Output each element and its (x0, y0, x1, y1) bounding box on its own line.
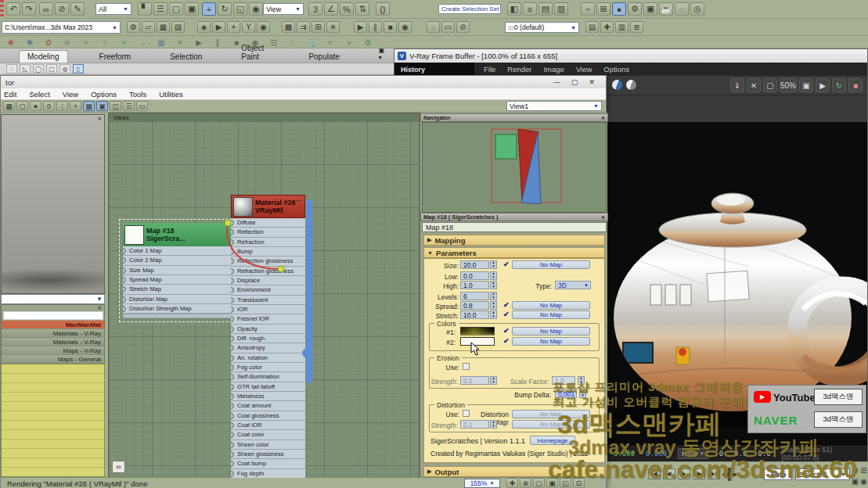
ribbon-object-icon[interactable]: ▯ (73, 64, 84, 74)
spread-field[interactable]: 0.8 (460, 301, 489, 310)
vfb-update-icon[interactable]: ↻ (832, 78, 846, 92)
layer-dropdown[interactable]: ▭ 0 (default)▼ (505, 22, 579, 33)
browser-list-panel[interactable] (1, 364, 105, 477)
select-object-icon[interactable]: ▘ (138, 2, 152, 16)
vfb-clear-image-icon[interactable]: ✕ (747, 78, 761, 92)
spread-spinner[interactable]: ▲▼ (490, 301, 497, 310)
slate-delete-icon[interactable]: ● (30, 101, 41, 111)
tab-freeform[interactable]: Freeform (92, 51, 139, 63)
select-and-rotate-icon[interactable]: ↻ (218, 2, 232, 16)
params-panel-header[interactable]: Map #18 ( SigerScratches )✕ (420, 213, 608, 221)
toolbar-icon[interactable]: ✱ (5, 37, 17, 48)
slate-move-children-icon[interactable]: + (70, 101, 81, 111)
bind-to-spacewarp-icon[interactable]: ✎ (70, 2, 85, 16)
render-production-icon[interactable]: ☕ (659, 2, 673, 16)
high-field[interactable]: 1.0 (460, 281, 489, 289)
rendered-frame-icon[interactable]: ▣ (643, 2, 657, 16)
distortion-strength-map-checkbox[interactable]: ✔ (503, 420, 510, 428)
input-socket-icon[interactable] (231, 316, 234, 322)
zoom-all-icon[interactable]: ⊞ (860, 465, 867, 475)
stretch-spinner[interactable]: ▲▼ (490, 310, 497, 319)
navigator-header[interactable]: Navigator✕ (420, 113, 608, 122)
helper-icon[interactable]: + (227, 21, 240, 33)
node-input-slot[interactable]: Metalness (231, 392, 305, 401)
color1-map-button[interactable]: No Map (512, 327, 590, 336)
spread-map-checkbox[interactable]: ✔ (503, 301, 510, 309)
node-input-slot[interactable]: Bump (231, 247, 305, 257)
color2-map-button[interactable]: No Map (512, 337, 590, 346)
spinner-snap-icon[interactable]: ⇅ (355, 2, 369, 16)
close-icon[interactable]: ✕ (601, 214, 605, 220)
snaps-toggle-icon[interactable]: 3 (308, 2, 322, 16)
slate-menu-item[interactable]: Edit (4, 90, 16, 99)
toolbar-icon[interactable]: ✱ (23, 37, 36, 48)
zoom-region-icon[interactable]: ▢ (533, 478, 545, 488)
slate-assign-icon[interactable]: ◻ (16, 101, 28, 111)
input-socket-icon[interactable] (123, 296, 126, 303)
slate-menu-item[interactable]: Utilities (159, 90, 183, 99)
render-online-icon[interactable]: ◎ (690, 2, 704, 16)
node-vraymtl[interactable]: Material #26 VRayMtl — DiffuseReflection… (231, 195, 305, 478)
vfb-history-tab[interactable]: History (394, 63, 474, 76)
spacing-tool-icon[interactable]: ⇉ (297, 21, 310, 33)
create-selection-set-dropdown[interactable]: Create Selection Set▼ (438, 4, 501, 14)
ribbon-polygon-icon[interactable]: ▢ (46, 64, 57, 74)
input-socket-icon[interactable] (231, 471, 234, 477)
color1-map-checkbox[interactable]: ✔ (503, 327, 510, 335)
stop-icon[interactable]: ■ (384, 21, 397, 33)
input-socket-icon[interactable] (231, 345, 234, 351)
vfb-menu-item[interactable]: Render (507, 65, 531, 74)
browser-row-selected[interactable]: MaxManMat (2, 321, 104, 329)
node-input-slot[interactable]: An. rotation (231, 353, 305, 363)
tab-populate[interactable]: Populate (301, 51, 347, 63)
rect-selection-region-icon[interactable]: ▢ (169, 2, 183, 16)
node-collapse-icon[interactable]: — (296, 196, 302, 203)
active-view-dropdown[interactable]: View1▼ (506, 101, 602, 111)
levels-spinner[interactable]: ▲▼ (490, 292, 497, 300)
low-field[interactable]: 0.0 (460, 271, 489, 280)
slate-menu-item[interactable]: Options (91, 90, 117, 99)
select-and-link-icon[interactable]: ∞ (39, 2, 53, 16)
browser-search-input[interactable] (3, 311, 103, 320)
color2-map-checkbox[interactable]: ✔ (503, 337, 510, 345)
slate-preview-icon[interactable]: ◫ (110, 101, 121, 111)
select-and-scale-icon[interactable]: ◱ (233, 2, 247, 16)
bone-tools-icon[interactable]: Y (242, 21, 255, 33)
close-icon[interactable]: ✕ (601, 115, 605, 120)
angle-snap-icon[interactable]: ∠ (324, 2, 338, 16)
workspace-icon[interactable]: ⚙ (127, 21, 140, 33)
select-layer-icon[interactable]: ▥ (615, 21, 628, 33)
schematic-view-icon[interactable]: ⊞ (596, 2, 610, 16)
mirror-icon[interactable]: ◧ (507, 2, 521, 16)
input-socket-icon[interactable] (231, 326, 234, 332)
browser-row[interactable]: Materials - V-Ray (2, 338, 104, 346)
node-input-slot[interactable]: Diffuse (231, 218, 305, 228)
isolate-icon[interactable]: ◌ (427, 21, 440, 33)
render-iterative-icon[interactable]: ◌ (675, 2, 689, 16)
size-map-button[interactable]: No Map (512, 260, 590, 269)
input-socket-icon[interactable] (231, 297, 234, 303)
distortion-use-checkbox[interactable] (463, 410, 470, 417)
size-field[interactable]: 20.0 (460, 260, 489, 269)
vraymtl-scroll-handle[interactable] (302, 348, 312, 358)
ribbon-element-icon[interactable]: ◍ (59, 64, 70, 74)
vfb-menu-item[interactable]: Image (543, 65, 564, 74)
toolbar-icon[interactable]: ⚓ (305, 37, 318, 48)
input-socket-icon[interactable] (231, 220, 234, 226)
ribbon-minimize-icon[interactable]: ▣ ▾ (371, 45, 394, 63)
rollout-parameters[interactable]: ▼Parameters (423, 247, 605, 258)
node-input-slot[interactable]: Coat glossiness (231, 411, 305, 421)
input-socket-icon[interactable] (231, 239, 234, 246)
browser-row[interactable]: Materials - V-Ray (2, 329, 104, 338)
node-input-slot[interactable]: Fog depth (231, 469, 305, 478)
node-input-slot[interactable]: Coat amount (231, 401, 305, 411)
toolbar-icon[interactable]: ❀ (61, 37, 74, 48)
material-editor-icon[interactable]: ● (612, 2, 626, 16)
node-input-slot[interactable]: Coat IOR (231, 421, 305, 430)
input-socket-icon[interactable] (231, 307, 234, 313)
toolbar-icon[interactable]: ▦ (155, 37, 167, 48)
input-socket-icon[interactable] (231, 384, 234, 390)
toolbar-icon[interactable]: + (117, 37, 130, 48)
minimize-icon[interactable]: — (553, 78, 560, 86)
slate-menu-item[interactable]: Select (29, 90, 49, 99)
